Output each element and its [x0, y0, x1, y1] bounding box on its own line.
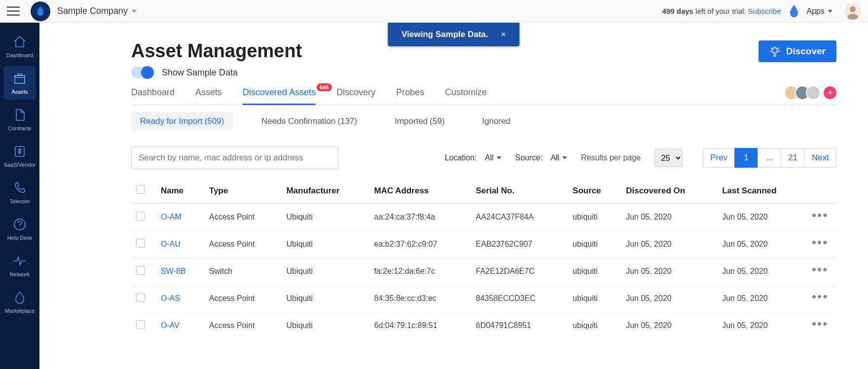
results-per-page-select[interactable]: 25	[654, 149, 683, 167]
search-input[interactable]	[131, 147, 338, 169]
sub-tabs: Ready for Import (509)Needs Confirmation…	[131, 112, 836, 131]
row-actions-icon[interactable]: •••	[812, 208, 828, 222]
cell-type: Access Point	[204, 231, 282, 258]
asset-name-link[interactable]: O-AU	[161, 240, 181, 248]
row-actions-icon[interactable]: •••	[812, 235, 828, 250]
cell-mac: aa:24:ca:37:f8:4a	[369, 204, 470, 231]
row-checkbox[interactable]	[136, 293, 145, 302]
asset-name-link[interactable]: O-AS	[161, 294, 180, 302]
row-actions-icon[interactable]: •••	[812, 262, 828, 277]
tab-customize[interactable]: Customize	[445, 87, 487, 105]
sample-data-banner: Viewing Sample Data. ×	[388, 23, 519, 46]
main-tabs: DashboardAssetsDiscovered Assets646Disco…	[131, 87, 836, 105]
cell-mac: 6d:04:79:1c:89:51	[369, 312, 470, 339]
cell-serial: FA2E12DA6E7C	[471, 258, 568, 285]
row-actions-icon[interactable]: •••	[812, 289, 828, 304]
cell-type: Access Point	[204, 204, 282, 231]
subscribe-link[interactable]: Subscribe	[748, 7, 781, 15]
source-filter[interactable]: Source: All	[515, 153, 567, 162]
column-header[interactable]: Discovered On	[621, 178, 717, 204]
discover-button[interactable]: Discover	[759, 40, 836, 62]
cell-discovered: Jun 05, 2020	[621, 204, 717, 231]
tab-discovery[interactable]: Discovery	[336, 87, 375, 105]
sample-data-toggle[interactable]	[131, 67, 154, 78]
banner-close-icon[interactable]: ×	[501, 30, 506, 39]
column-header[interactable]: Serial No.	[471, 178, 568, 204]
column-header[interactable]: Type	[204, 178, 282, 204]
prev-page-button[interactable]: Prev	[703, 148, 735, 168]
svg-point-3	[772, 48, 777, 53]
page-ellipsis: ...	[758, 148, 781, 168]
subtab-imported[interactable]: Imported (59)	[386, 112, 453, 131]
topbar: Sample Company 499 days left of your tri…	[0, 0, 868, 23]
sidebar-item-assets[interactable]: Assets	[3, 66, 36, 100]
cell-discovered: Jun 05, 2020	[621, 285, 717, 312]
results-per-page-label: Results per page	[581, 153, 641, 162]
home-icon	[12, 35, 27, 49]
table-row: SW-8BSwitchUbiquitifa:2e:12:da:6e:7cFA2E…	[131, 258, 836, 285]
column-header[interactable]: MAC Address	[369, 178, 470, 204]
menu-hamburger-icon[interactable]	[7, 6, 20, 16]
sidebar-item-label: SaaS/Vendor	[4, 162, 36, 168]
asset-name-link[interactable]: O-AM	[161, 213, 181, 221]
next-page-button[interactable]: Next	[804, 148, 836, 168]
cell-source: ubiquiti	[568, 312, 621, 339]
cell-manufacturer: Ubiquiti	[282, 258, 369, 285]
column-header[interactable]: Manufacturer	[282, 178, 369, 204]
sidebar-item-saas-vendor[interactable]: SaaS/Vendor	[3, 139, 36, 173]
row-actions-icon[interactable]: •••	[812, 316, 828, 331]
add-user-button[interactable]: +	[824, 86, 836, 99]
page-number-current[interactable]: 1	[734, 148, 758, 168]
tab-probes[interactable]: Probes	[396, 87, 424, 105]
user-avatar[interactable]	[844, 3, 861, 20]
company-logo-icon[interactable]	[31, 1, 50, 21]
dollar-icon	[12, 144, 27, 159]
flame-icon[interactable]	[789, 4, 799, 18]
cell-source: ubiquiti	[568, 258, 621, 285]
company-selector[interactable]: Sample Company	[57, 6, 128, 16]
row-checkbox[interactable]	[136, 212, 145, 221]
sidebar-item-network[interactable]: Network	[3, 249, 36, 282]
sidebar-item-label: Marketplace	[5, 308, 35, 314]
svg-rect-0	[15, 75, 25, 83]
tab-discovered-assets[interactable]: Discovered Assets646	[243, 87, 316, 105]
cell-scanned: Jun 05, 2020	[717, 204, 807, 231]
sidebar-item-help-desk[interactable]: Help Desk	[3, 212, 36, 246]
subtab-needs-confirmation[interactable]: Needs Confirmation (137)	[253, 112, 366, 131]
assets-table: NameTypeManufacturerMAC AddressSerial No…	[131, 178, 836, 339]
sidebar-item-dashboard[interactable]: Dashboard	[3, 30, 36, 63]
sidebar-item-marketplace[interactable]: Marketplace	[3, 285, 36, 319]
asset-name-link[interactable]: O-AV	[161, 321, 180, 330]
row-checkbox[interactable]	[136, 266, 145, 275]
location-filter[interactable]: Location: All	[445, 153, 502, 162]
apps-menu[interactable]: Apps	[807, 7, 832, 16]
cell-source: ubiquiti	[568, 231, 621, 258]
page-number-last[interactable]: 21	[781, 148, 805, 168]
subtab-ready-for-import[interactable]: Ready for Import (509)	[131, 112, 233, 131]
cell-source: ubiquiti	[568, 204, 621, 231]
cell-discovered: Jun 05, 2020	[621, 258, 717, 285]
cell-manufacturer: Ubiquiti	[282, 204, 369, 231]
tab-assets[interactable]: Assets	[195, 87, 222, 105]
column-header[interactable]: Last Scanned	[717, 178, 807, 204]
toolbar: Location: All Source: All Results per pa…	[131, 147, 836, 169]
sidebar-item-telecom[interactable]: Telecom	[3, 176, 36, 209]
cell-scanned: Jun 05, 2020	[717, 258, 807, 285]
subtab-ignored[interactable]: Ignored	[473, 112, 522, 131]
select-all-checkbox[interactable]	[136, 185, 145, 194]
table-row: O-AUAccess PointUbiquitiea:b2:37:62:c9:0…	[131, 231, 836, 258]
table-row: O-ASAccess PointUbiquiti84:35:8e:cc:d3:e…	[131, 285, 836, 312]
sidebar: DashboardAssetsContractsSaaS/VendorTelec…	[0, 23, 39, 369]
tab-dashboard[interactable]: Dashboard	[131, 87, 175, 105]
cell-serial: 84358ECCD3EC	[471, 285, 568, 312]
asset-name-link[interactable]: SW-8B	[161, 267, 185, 275]
sidebar-item-contracts[interactable]: Contracts	[3, 103, 36, 136]
cell-scanned: Jun 05, 2020	[717, 312, 807, 339]
column-header[interactable]: Name	[156, 178, 204, 204]
box-icon	[12, 71, 27, 86]
column-header[interactable]: Source	[568, 178, 621, 204]
row-checkbox[interactable]	[136, 320, 145, 329]
row-checkbox[interactable]	[136, 239, 145, 248]
presence-avatar[interactable]	[806, 85, 821, 100]
caret-down-icon	[132, 10, 137, 13]
